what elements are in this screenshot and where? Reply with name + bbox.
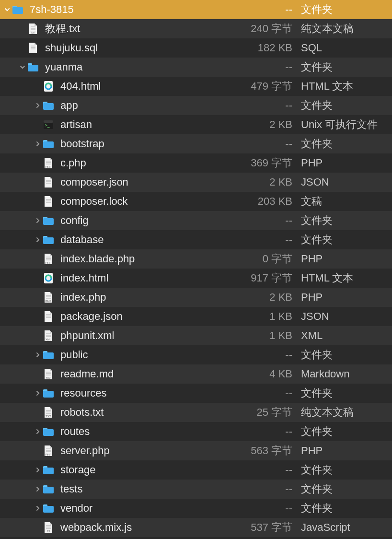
file-row[interactable]: composer.lock203 KB文稿 xyxy=(0,192,392,211)
file-name[interactable]: shujuku.sql xyxy=(45,42,234,54)
file-name[interactable]: artisan xyxy=(60,118,234,131)
file-size: 537 字节 xyxy=(234,520,301,535)
markdown-file-icon: MD xyxy=(42,368,55,380)
chevron-right-icon[interactable] xyxy=(34,218,42,223)
file-row[interactable]: MDreadme.md4 KBMarkdown xyxy=(0,364,392,384)
file-name[interactable]: index.php xyxy=(60,291,234,304)
file-size: -- xyxy=(234,214,301,227)
file-row[interactable]: public--文件夹 xyxy=(0,345,392,364)
file-kind: 文件夹 xyxy=(301,98,392,113)
file-list[interactable]: 7sh-3815--文件夹TXT教程.txt240 字节纯文本文稿shujuku… xyxy=(0,0,392,537)
file-row[interactable]: TXT教程.txt240 字节纯文本文稿 xyxy=(0,19,392,38)
file-row[interactable]: XMLphpunit.xml1 KBXML xyxy=(0,326,392,345)
chevron-down-icon[interactable] xyxy=(18,64,27,70)
file-size: 240 字节 xyxy=(234,22,301,36)
chevron-right-icon[interactable] xyxy=(34,103,42,108)
file-name[interactable]: composer.json xyxy=(60,176,234,188)
file-row[interactable]: PHPc.php369 字节PHP xyxy=(0,153,392,173)
file-kind: XML xyxy=(301,329,392,342)
file-row[interactable]: storage--文件夹 xyxy=(0,460,392,480)
file-kind: JSON xyxy=(301,310,392,323)
file-row[interactable]: config--文件夹 xyxy=(0,211,392,230)
file-size: 2 KB xyxy=(234,176,301,188)
file-name[interactable]: public xyxy=(60,349,234,361)
file-row[interactable]: 7sh-3815--文件夹 xyxy=(0,0,392,19)
file-kind: PHP xyxy=(301,157,392,169)
file-row[interactable]: composer.json2 KBJSON xyxy=(0,173,392,192)
chevron-right-icon[interactable] xyxy=(34,352,42,358)
file-kind: HTML 文本 xyxy=(301,271,392,285)
file-row[interactable]: shujuku.sql182 KBSQL xyxy=(0,38,392,58)
file-name[interactable]: config xyxy=(60,214,234,227)
file-kind: 文件夹 xyxy=(301,482,392,496)
svg-text:PHP: PHP xyxy=(46,165,51,168)
file-name[interactable]: phpunit.xml xyxy=(60,329,234,342)
file-name[interactable]: package.json xyxy=(60,310,234,323)
file-row[interactable]: package.json1 KBJSON xyxy=(0,307,392,326)
file-name[interactable]: storage xyxy=(60,464,234,476)
file-size: 479 字节 xyxy=(234,79,301,94)
file-name[interactable]: bootstrap xyxy=(60,138,234,150)
file-name[interactable]: index.html xyxy=(60,272,234,284)
chevron-right-icon[interactable] xyxy=(34,237,42,243)
file-size: 0 字节 xyxy=(234,252,301,266)
file-kind: 文件夹 xyxy=(301,501,392,516)
file-name[interactable]: composer.lock xyxy=(60,195,234,208)
file-row[interactable]: bootstrap--文件夹 xyxy=(0,134,392,153)
file-name[interactable]: routes xyxy=(60,425,234,438)
file-name[interactable]: database xyxy=(60,234,234,246)
file-size: -- xyxy=(234,464,301,476)
file-row[interactable]: >_artisan2 KBUnix 可执行文件 xyxy=(0,115,392,134)
chevron-right-icon[interactable] xyxy=(34,390,42,396)
php-file-icon: PHP xyxy=(42,253,55,265)
file-name[interactable]: index.blade.php xyxy=(60,253,234,265)
file-row[interactable]: 404.html479 字节HTML 文本 xyxy=(0,77,392,96)
file-row[interactable]: tests--文件夹 xyxy=(0,480,392,499)
file-name[interactable]: 7sh-3815 xyxy=(30,3,234,16)
file-name[interactable]: 教程.txt xyxy=(45,22,234,36)
svg-rect-33 xyxy=(43,237,54,244)
file-name[interactable]: tests xyxy=(60,483,234,495)
chevron-down-icon[interactable] xyxy=(3,7,12,12)
svg-text:MD: MD xyxy=(46,376,51,379)
chevron-right-icon[interactable] xyxy=(34,486,42,492)
file-name[interactable]: 404.html xyxy=(60,80,234,93)
file-row[interactable]: app--文件夹 xyxy=(0,96,392,115)
file-row[interactable]: database--文件夹 xyxy=(0,230,392,249)
file-name[interactable]: yuanma xyxy=(45,61,234,73)
file-name[interactable]: resources xyxy=(60,387,234,399)
chevron-right-icon[interactable] xyxy=(34,505,42,511)
file-size: 2 KB xyxy=(234,118,301,131)
txt-file-icon: TXT xyxy=(27,23,39,35)
file-name[interactable]: vendor xyxy=(60,502,234,515)
file-size: -- xyxy=(234,425,301,438)
file-name[interactable]: webpack.mix.js xyxy=(60,521,234,534)
file-name[interactable]: server.php xyxy=(60,445,234,457)
chevron-right-icon[interactable] xyxy=(34,429,42,434)
file-row[interactable]: PHPindex.php2 KBPHP xyxy=(0,288,392,307)
file-row[interactable]: TXTrobots.txt25 字节纯文本文稿 xyxy=(0,403,392,422)
file-row[interactable]: resources--文件夹 xyxy=(0,384,392,403)
file-row[interactable]: JSwebpack.mix.js537 字节JavaScript xyxy=(0,518,392,537)
file-name[interactable]: c.php xyxy=(60,157,234,169)
file-row[interactable]: routes--文件夹 xyxy=(0,422,392,441)
file-row[interactable]: PHPserver.php563 字节PHP xyxy=(0,441,392,460)
js-file-icon: JS xyxy=(42,521,55,534)
chevron-right-icon[interactable] xyxy=(34,467,42,473)
file-kind: 文稿 xyxy=(301,194,392,209)
file-name[interactable]: readme.md xyxy=(60,368,234,380)
file-kind: 文件夹 xyxy=(301,137,392,151)
file-kind: SQL xyxy=(301,42,392,54)
file-kind: 文件夹 xyxy=(301,424,392,439)
document-icon xyxy=(42,310,55,323)
file-row[interactable]: index.html917 字节HTML 文本 xyxy=(0,269,392,288)
folder-icon xyxy=(42,502,55,515)
file-row[interactable]: yuanma--文件夹 xyxy=(0,58,392,77)
chevron-right-icon[interactable] xyxy=(34,141,42,147)
folder-icon xyxy=(27,61,39,73)
file-name[interactable]: app xyxy=(60,99,234,112)
file-row[interactable]: PHPindex.blade.php0 字节PHP xyxy=(0,249,392,269)
svg-text:PHP: PHP xyxy=(46,300,51,303)
file-name[interactable]: robots.txt xyxy=(60,406,234,419)
file-row[interactable]: vendor--文件夹 xyxy=(0,499,392,518)
